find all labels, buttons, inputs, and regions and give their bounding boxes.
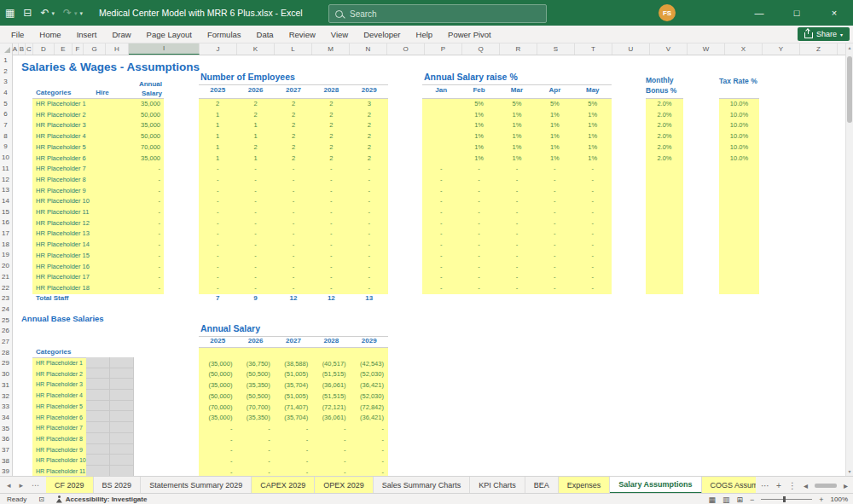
- cell[interactable]: -: [236, 435, 274, 446]
- row-header-30[interactable]: 30: [0, 368, 11, 379]
- cell[interactable]: -: [460, 164, 497, 175]
- cell[interactable]: -: [422, 283, 460, 294]
- row-header-10[interactable]: 10: [0, 152, 11, 163]
- cell[interactable]: 1%: [460, 131, 497, 142]
- ribbon-tab-help[interactable]: Help: [409, 26, 441, 43]
- cell[interactable]: -: [275, 175, 312, 186]
- cell[interactable]: 5%: [498, 99, 536, 110]
- cell[interactable]: -: [351, 283, 388, 294]
- cell[interactable]: -: [460, 283, 497, 294]
- save-icon[interactable]: ⊟: [23, 8, 32, 18]
- cell[interactable]: -: [460, 207, 497, 218]
- cell[interactable]: (72,121): [312, 403, 350, 414]
- cell[interactable]: [422, 110, 460, 121]
- column-header-T[interactable]: T: [575, 43, 612, 55]
- staff-name-cell[interactable]: HR Placeholder 3: [32, 120, 121, 131]
- staff-salary-cell[interactable]: 35,000: [121, 120, 164, 131]
- cell[interactable]: -: [536, 164, 573, 175]
- cell[interactable]: -: [199, 251, 236, 262]
- cell[interactable]: -: [312, 424, 350, 435]
- cell[interactable]: 2.0%: [646, 120, 683, 131]
- minimize-button[interactable]: —: [740, 0, 778, 26]
- column-header-J[interactable]: J: [200, 43, 237, 55]
- cell[interactable]: -: [312, 456, 350, 467]
- staff-name-cell[interactable]: HR Placeholder 5: [32, 402, 86, 413]
- cell[interactable]: -: [199, 218, 236, 229]
- cell[interactable]: 1%: [460, 142, 497, 154]
- cell[interactable]: -: [498, 283, 536, 294]
- cell[interactable]: -: [199, 435, 236, 446]
- cell[interactable]: 1%: [574, 142, 612, 154]
- cell[interactable]: -: [312, 186, 350, 197]
- sheet-tab-salary-assumptions[interactable]: Salary Assumptions: [610, 477, 701, 494]
- cell[interactable]: -: [236, 186, 274, 197]
- cell[interactable]: -: [536, 272, 573, 283]
- row-header-20[interactable]: 20: [0, 260, 11, 271]
- cell[interactable]: 2: [351, 120, 388, 131]
- staff-name-cell[interactable]: HR Placeholder 9: [32, 445, 86, 456]
- cell[interactable]: -: [351, 240, 388, 251]
- cell[interactable]: 1%: [498, 120, 536, 131]
- row-header-4[interactable]: 4: [0, 87, 11, 98]
- cell[interactable]: -: [312, 272, 350, 283]
- cell[interactable]: 1: [199, 131, 236, 142]
- cell[interactable]: 1: [236, 154, 274, 165]
- column-header-O[interactable]: O: [387, 43, 425, 55]
- sheet-tab-cf-2029[interactable]: CF 2029: [46, 477, 94, 494]
- scroll-down-icon[interactable]: ▾: [846, 466, 853, 476]
- staff-name-cell[interactable]: HR Placeholder 10: [32, 196, 121, 207]
- cell[interactable]: 2.0%: [646, 131, 683, 142]
- ribbon-tab-insert[interactable]: Insert: [69, 26, 105, 43]
- cell[interactable]: 1%: [536, 142, 573, 154]
- row-header-33[interactable]: 33: [0, 401, 11, 412]
- cell[interactable]: -: [199, 207, 236, 218]
- cell[interactable]: (51,005): [275, 391, 312, 403]
- column-header-L[interactable]: L: [275, 43, 312, 55]
- cell[interactable]: -: [460, 251, 497, 262]
- cell[interactable]: -: [312, 251, 350, 262]
- cell[interactable]: -: [460, 218, 497, 229]
- cell[interactable]: -: [574, 251, 612, 262]
- column-header-R[interactable]: R: [500, 43, 537, 55]
- cell[interactable]: -: [422, 240, 460, 251]
- row-header-16[interactable]: 16: [0, 217, 11, 229]
- cell[interactable]: 1%: [574, 131, 612, 142]
- ribbon-tab-developer[interactable]: Developer: [356, 26, 408, 43]
- cell[interactable]: (71,407): [275, 403, 312, 414]
- cell[interactable]: -: [199, 175, 236, 186]
- cell[interactable]: (50,500): [236, 391, 274, 403]
- cell[interactable]: -: [536, 207, 573, 218]
- row-header-18[interactable]: 18: [0, 239, 11, 250]
- column-header-I[interactable]: I: [129, 43, 200, 55]
- cell[interactable]: -: [460, 272, 497, 283]
- cell[interactable]: -: [275, 435, 312, 446]
- cell[interactable]: 1: [199, 142, 236, 154]
- cell[interactable]: -: [460, 175, 497, 186]
- cell[interactable]: (52,030): [351, 391, 388, 403]
- cell[interactable]: 10.0%: [719, 99, 759, 110]
- cell[interactable]: -: [199, 164, 236, 175]
- cell[interactable]: -: [275, 229, 312, 240]
- staff-name-cell[interactable]: HR Placeholder 7: [32, 164, 121, 175]
- cell[interactable]: -: [312, 262, 350, 273]
- row-header-14[interactable]: 14: [0, 195, 11, 206]
- staff-salary-cell[interactable]: -: [121, 272, 164, 283]
- cell[interactable]: -: [236, 467, 274, 476]
- search-box[interactable]: [328, 4, 547, 23]
- cell[interactable]: 1: [199, 154, 236, 165]
- zoom-level[interactable]: 100%: [831, 495, 848, 503]
- cell[interactable]: -: [460, 229, 497, 240]
- cell[interactable]: -: [574, 218, 612, 229]
- cell[interactable]: (35,000): [199, 380, 236, 391]
- row-header-15[interactable]: 15: [0, 206, 11, 217]
- cell[interactable]: -: [199, 186, 236, 197]
- cell[interactable]: (70,700): [236, 403, 274, 414]
- cell[interactable]: (51,515): [312, 369, 350, 380]
- row-header-21[interactable]: 21: [0, 271, 11, 282]
- cell[interactable]: -: [275, 196, 312, 207]
- cell[interactable]: 10.0%: [719, 110, 759, 121]
- cell[interactable]: -: [199, 262, 236, 273]
- staff-name-cell[interactable]: HR Placeholder 6: [32, 413, 86, 424]
- cell[interactable]: 2: [312, 110, 350, 121]
- cell[interactable]: (35,000): [199, 413, 236, 424]
